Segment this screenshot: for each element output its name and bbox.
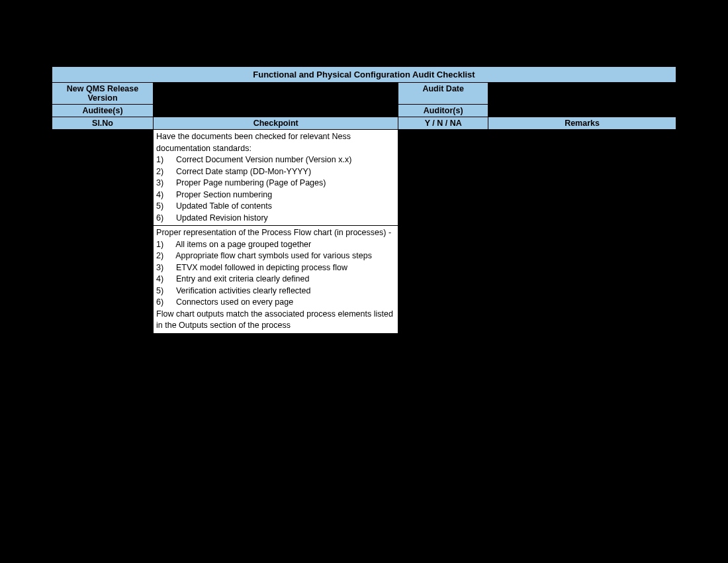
cell-remarks xyxy=(488,226,676,334)
value-audit-date xyxy=(488,83,676,105)
cell-checkpoint: Proper representation of the Process Flo… xyxy=(154,226,398,334)
document-title: Functional and Physical Configuration Au… xyxy=(52,67,676,83)
column-header-checkpoint: Checkpoint xyxy=(154,117,398,130)
label-auditees: Auditee(s) xyxy=(52,105,154,117)
column-header-yn: Y / N / NA xyxy=(398,117,488,130)
cell-slno xyxy=(52,130,154,226)
value-auditors xyxy=(488,105,676,117)
column-header-remarks: Remarks xyxy=(488,117,676,130)
label-audit-date: Audit Date xyxy=(398,83,488,105)
cell-yn xyxy=(398,226,488,334)
checklist-row: Proper representation of the Process Flo… xyxy=(52,226,676,334)
cell-yn xyxy=(398,130,488,226)
column-header-slno: Sl.No xyxy=(52,117,154,130)
label-auditors: Auditor(s) xyxy=(398,105,488,117)
cell-remarks xyxy=(488,130,676,226)
checklist-row: Have the documents been checked for rele… xyxy=(52,130,676,226)
value-auditees xyxy=(154,105,398,117)
cell-slno xyxy=(52,226,154,334)
cell-checkpoint: Have the documents been checked for rele… xyxy=(154,130,398,226)
value-release-version xyxy=(154,83,398,105)
audit-checklist-table: Functional and Physical Configuration Au… xyxy=(52,66,676,334)
label-release-version: New QMS Release Version xyxy=(52,83,154,105)
